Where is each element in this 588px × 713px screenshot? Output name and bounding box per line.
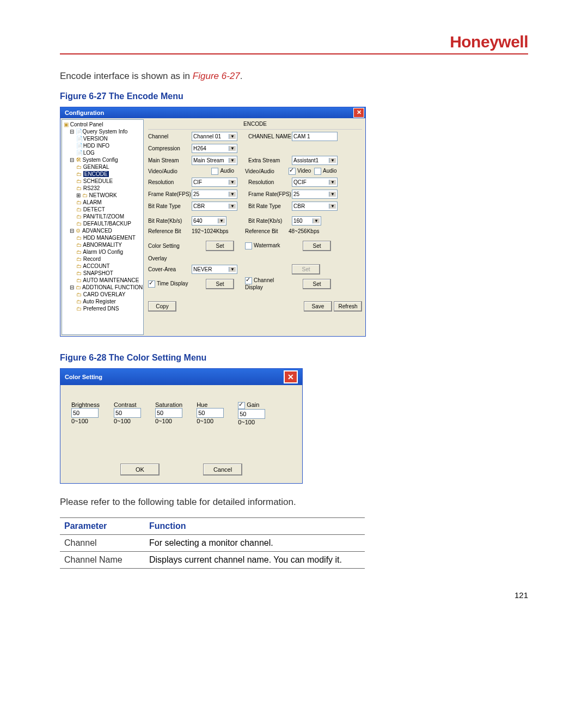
- gain-range: 0~100: [238, 419, 265, 425]
- close-icon[interactable]: ✕: [353, 108, 364, 118]
- tree-detect[interactable]: DETECT: [83, 206, 105, 212]
- refresh-button[interactable]: Refresh: [334, 301, 362, 312]
- overlay-label: Overlay: [148, 255, 192, 261]
- dropdown-arrow-icon: ▼: [229, 134, 236, 139]
- tree-rs232[interactable]: RS232: [83, 185, 100, 191]
- brightness-range: 0~100: [71, 418, 100, 424]
- fps-extra-select[interactable]: 25▼: [292, 190, 338, 199]
- table-row: Channel Name Displays current channel na…: [60, 551, 365, 568]
- contrast-input[interactable]: [114, 408, 141, 418]
- dropdown-arrow-icon: ▼: [218, 218, 225, 223]
- copy-button[interactable]: Copy: [148, 301, 176, 312]
- watermark-set-button[interactable]: Set: [303, 241, 331, 251]
- audio-extra-checkbox[interactable]: [314, 168, 321, 175]
- brightness-input[interactable]: [71, 408, 99, 418]
- fps-main-select[interactable]: 25▼: [192, 190, 237, 199]
- watermark-checkbox[interactable]: [245, 242, 252, 249]
- param-cell: Channel Name: [60, 551, 145, 568]
- tree-default[interactable]: DEFAULT/BACKUP: [83, 221, 131, 227]
- hue-input[interactable]: [197, 408, 224, 418]
- dropdown-arrow-icon: ▼: [229, 158, 236, 163]
- gain-input[interactable]: [238, 409, 265, 419]
- colorset-set-button[interactable]: Set: [206, 241, 234, 251]
- tree-abnorm[interactable]: ABNORMALITY: [83, 242, 122, 248]
- resolution-main-value: CIF: [193, 179, 202, 185]
- refbit-extra-value: 48~256Kbps: [289, 228, 319, 234]
- saturation-label: Saturation: [155, 401, 182, 408]
- brtype-extra-select[interactable]: CBR▼: [292, 202, 338, 211]
- timedisplay-checkbox[interactable]: [148, 281, 155, 288]
- fps-main-label: Frame Rate(FPS): [148, 191, 192, 197]
- br-extra-label: Bit Rate(Kb/s): [248, 218, 292, 224]
- save-button[interactable]: Save: [304, 301, 332, 312]
- tree-cardov[interactable]: CARD OVERLAY: [83, 291, 126, 297]
- channel-value: Channel 01: [193, 133, 221, 139]
- video-extra-checkbox[interactable]: [289, 168, 296, 175]
- chdisplay-set-button[interactable]: Set: [303, 279, 331, 289]
- extrastream-value: Assistant1: [293, 157, 318, 163]
- ok-button[interactable]: OK: [120, 464, 160, 476]
- tree-log[interactable]: LOG: [83, 150, 95, 156]
- saturation-range: 0~100: [155, 418, 182, 424]
- gain-label: Gain: [247, 401, 259, 408]
- brightness-label: Brightness: [71, 401, 100, 408]
- chdisplay-checkbox[interactable]: [245, 277, 252, 284]
- tree-hddmgmt[interactable]: HDD MANAGEMENT: [83, 235, 136, 241]
- br-extra-select[interactable]: 160▼: [292, 216, 321, 226]
- tree-account[interactable]: ACCOUNT: [83, 263, 109, 269]
- mainstream-select[interactable]: Main Stream▼: [192, 156, 237, 165]
- dropdown-arrow-icon: ▼: [229, 204, 236, 209]
- coverarea-select[interactable]: NEVER▼: [192, 265, 237, 274]
- br-extra-value: 160: [293, 218, 303, 224]
- channel-name-input[interactable]: CAM 1: [292, 132, 338, 141]
- tree-record[interactable]: Record: [83, 256, 101, 262]
- compression-select[interactable]: H264▼: [192, 144, 237, 153]
- tree-encode-selected[interactable]: ENCODE: [83, 171, 109, 177]
- dropdown-arrow-icon: ▼: [329, 204, 336, 209]
- tree-version[interactable]: VERSION: [83, 136, 108, 142]
- videoaudio-extra-label: Video/Audio: [245, 168, 289, 174]
- tree-advanced[interactable]: ADVANCED: [82, 228, 112, 234]
- saturation-input[interactable]: [155, 408, 182, 418]
- channel-select[interactable]: Channel 01▼: [192, 132, 237, 141]
- audio-main-checkbox[interactable]: [211, 168, 218, 175]
- configuration-window: Configuration ✕ ▣ Control Panel ⊟ 📄 Quer…: [60, 107, 366, 337]
- tree-alarmio[interactable]: Alarm I/O Config: [83, 249, 123, 255]
- tree-query[interactable]: Query System Info: [83, 129, 128, 135]
- tree-snapshot[interactable]: SNAPSHOT: [83, 270, 113, 276]
- tree-general[interactable]: GENERAL: [83, 164, 109, 170]
- dropdown-arrow-icon: ▼: [229, 267, 236, 272]
- coverarea-set-button[interactable]: Set: [292, 264, 320, 275]
- nav-tree[interactable]: ▣ Control Panel ⊟ 📄 Query System Info 📄 …: [62, 119, 144, 335]
- gain-checkbox[interactable]: [238, 402, 245, 409]
- extrastream-select[interactable]: Assistant1▼: [292, 156, 338, 165]
- br-main-select[interactable]: 640▼: [192, 216, 226, 226]
- dropdown-arrow-icon: ▼: [229, 192, 236, 197]
- tree-autoreg[interactable]: Auto Register: [83, 298, 116, 304]
- tree-network[interactable]: NETWORK: [89, 192, 117, 198]
- color-setting-window: Color Setting ✕ Brightness 0~100 Contras…: [60, 368, 303, 484]
- colorset-label: Color Setting: [148, 243, 192, 249]
- cancel-button[interactable]: Cancel: [203, 464, 242, 476]
- figure-628-caption: Figure 6-28 The Color Setting Menu: [60, 353, 528, 363]
- outro-text: Please refer to the following table for …: [60, 497, 528, 508]
- hue-range: 0~100: [197, 418, 224, 424]
- tree-sysconf[interactable]: System Config: [83, 157, 118, 163]
- timedisplay-set-button[interactable]: Set: [206, 279, 234, 289]
- tree-addfunc[interactable]: ADDTIONAL FUNCTION: [82, 284, 143, 290]
- parameter-table: Parameter Function Channel For selecting…: [60, 517, 365, 569]
- tree-schedule[interactable]: SCHEDULE: [83, 178, 113, 184]
- brtype-extra-value: CBR: [293, 203, 305, 209]
- resolution-main-select[interactable]: CIF▼: [192, 178, 237, 187]
- close-icon[interactable]: ✕: [284, 370, 298, 383]
- refbit-extra-label: Reference Bit: [245, 228, 289, 234]
- brtype-main-select[interactable]: CBR▼: [192, 202, 237, 211]
- resolution-extra-select[interactable]: QCIF▼: [292, 178, 338, 187]
- tree-hdd[interactable]: HDD INFO: [83, 143, 109, 149]
- tree-root[interactable]: Control Panel: [70, 121, 103, 127]
- audio-extra-label: Audio: [323, 168, 337, 174]
- tree-prefdns[interactable]: Preferred DNS: [83, 306, 119, 312]
- tree-alarm[interactable]: ALARM: [83, 199, 101, 205]
- tree-automaint[interactable]: AUTO MAINTENANCE: [83, 277, 139, 283]
- tree-ptz[interactable]: PAN/TILT/ZOOM: [83, 214, 124, 220]
